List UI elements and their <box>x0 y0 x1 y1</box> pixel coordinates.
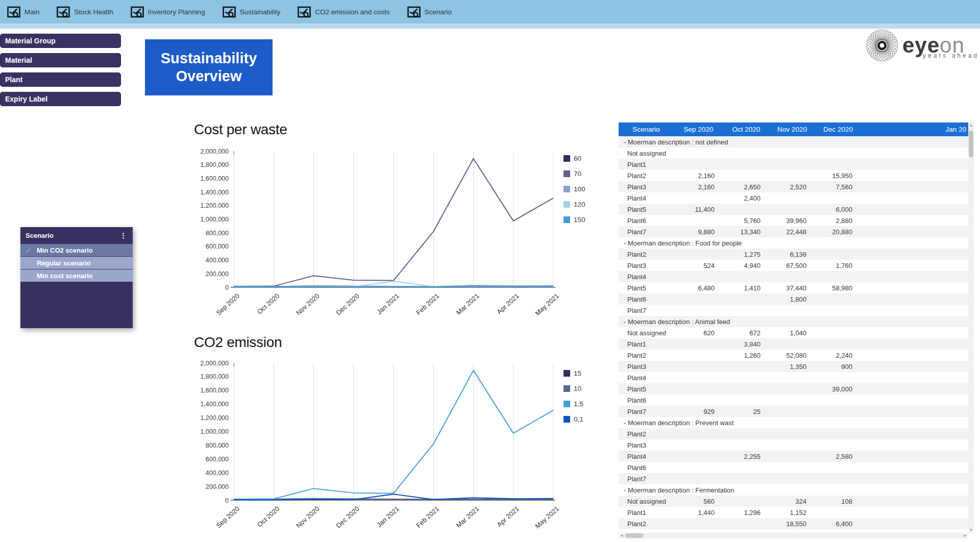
table-row[interactable]: Not assigned <box>619 147 968 159</box>
cell-value: 1,260 <box>723 352 769 359</box>
table-row[interactable]: Plant3 <box>619 439 968 451</box>
vertical-scrollbar[interactable]: ▲ ▼ <box>968 122 974 533</box>
table-row[interactable]: Plant13,840 <box>619 338 968 350</box>
table-group-header[interactable]: -Moerman description : Animal feed <box>619 316 968 327</box>
filter-button-expiry-label[interactable]: Expiry Label <box>0 92 121 106</box>
collapse-toggle-icon[interactable]: - <box>619 138 624 146</box>
table-row[interactable]: Plant31,350900 <box>619 361 968 372</box>
table-group-header[interactable]: -Moerman description : Prevent wast <box>619 417 968 428</box>
nav-tab-main[interactable]: Main <box>7 6 39 18</box>
filter-button-plant[interactable]: Plant <box>0 72 121 87</box>
row-label: Plant3 <box>619 363 674 371</box>
cell-value: 4,940 <box>723 262 769 269</box>
table-group-header[interactable]: -Moerman description : Fermentation <box>619 484 968 496</box>
table-row[interactable]: Plant61,800 <box>619 293 968 305</box>
collapse-toggle-icon[interactable]: - <box>619 239 624 247</box>
table-row[interactable]: Plant6 <box>619 395 968 406</box>
table-row[interactable]: Plant35244,94067,5001,760 <box>619 260 968 271</box>
x-axis-tick-label: Jan 2021 <box>375 292 401 316</box>
table-row[interactable]: Plant65,76039,9602,880 <box>619 215 968 226</box>
nav-tab-inventory-planning[interactable]: Inventory Planning <box>131 6 205 18</box>
table-row[interactable]: Plant218,5506,400 <box>619 518 968 529</box>
table-row[interactable]: Plant2 <box>619 428 968 439</box>
table-row[interactable]: Not assigned560324108 <box>619 496 968 507</box>
x-axis-tick-label: Oct 2020 <box>256 292 281 315</box>
table-group-header[interactable]: -Moerman description : Food for people <box>619 237 968 249</box>
table-row[interactable]: Plant511,4006,000 <box>619 204 968 215</box>
horizontal-scrollbar[interactable]: ◄ ► <box>619 533 968 538</box>
scenario-option-min-cost-scenario[interactable]: Min cost scenario <box>20 269 133 282</box>
legend-item-150[interactable]: 150 <box>564 212 585 227</box>
cell-value: 22,448 <box>769 228 815 236</box>
table-row[interactable]: Plant7 <box>619 473 968 484</box>
legend-item-15[interactable]: 15 <box>564 365 583 381</box>
nav-tab-label: Stock Health <box>74 8 113 16</box>
table-row[interactable]: Plant22,16015,950 <box>619 170 968 181</box>
row-label: Plant1 <box>619 509 674 516</box>
table-row[interactable]: Plant11,4401,2961,152 <box>619 507 968 518</box>
cell-value: 2,240 <box>815 352 861 359</box>
scroll-up-icon[interactable]: ▲ <box>968 123 974 128</box>
legend-label: 150 <box>574 216 585 224</box>
scroll-left-icon[interactable]: ◄ <box>620 533 624 538</box>
row-label: Not assigned <box>619 329 674 337</box>
cell-value: 39,960 <box>769 217 815 225</box>
table-row[interactable]: Plant1 <box>619 159 968 170</box>
table-row[interactable]: Plant79,88013,34022,44820,880 <box>619 226 968 237</box>
table-row[interactable]: Plant539,000 <box>619 383 968 395</box>
nav-tab-sustainability[interactable]: Sustainability <box>223 6 281 18</box>
legend-item-100[interactable]: 100 <box>564 181 585 196</box>
table-row[interactable]: Not assigned6206721,040 <box>619 327 968 338</box>
table-row[interactable]: Plant7 <box>619 305 968 316</box>
scenario-flow-icon <box>298 6 311 18</box>
table-row[interactable]: Plant32,1602,6502,5207,560 <box>619 181 968 192</box>
cell-value: 67,500 <box>769 262 815 269</box>
legend-label: 1,5 <box>574 400 583 408</box>
table-row[interactable]: Plant4 <box>619 271 968 282</box>
y-axis-tick-label: 800,000 <box>206 230 229 237</box>
table-column-header-sep-2020[interactable]: Sep 2020 <box>674 126 723 133</box>
legend-swatch <box>564 216 570 223</box>
legend-item-70[interactable]: 70 <box>564 166 585 181</box>
row-label: Plant2 <box>619 251 674 258</box>
table-column-header-oct-2020[interactable]: Oct 2020 <box>723 126 769 133</box>
nav-tab-stock-health[interactable]: Stock Health <box>57 6 113 18</box>
scenario-option-min-co2-scenario[interactable]: ✓Min CO2 scenario <box>20 244 133 256</box>
legend-item-10[interactable]: 10 <box>564 381 583 396</box>
table-column-header-scenario[interactable]: Scenario <box>619 126 674 133</box>
collapse-toggle-icon[interactable]: - <box>619 419 624 427</box>
table-row[interactable]: Plant792925 <box>619 406 968 417</box>
table-row[interactable]: Plant21,26052,0802,240 <box>619 350 968 361</box>
legend-item-120[interactable]: 120 <box>564 196 585 212</box>
table-column-header-jan-20[interactable]: Jan 20 <box>861 126 968 133</box>
collapse-toggle-icon[interactable]: - <box>619 486 624 494</box>
table-row[interactable]: Plant6 <box>619 462 968 473</box>
nav-tab-co2-emission-and-costs[interactable]: CO2 emission and costs <box>298 6 389 18</box>
table-row[interactable]: Plant42,400 <box>619 192 968 204</box>
legend-label: 15 <box>574 369 581 377</box>
brand-tagline: years ahead <box>923 52 979 59</box>
table-row[interactable]: Plant56,4801,41037,44058,980 <box>619 282 968 293</box>
table-column-header-dec-2020[interactable]: Dec 2020 <box>815 126 861 133</box>
legend-item-0-1[interactable]: 0,1 <box>564 411 583 427</box>
kebab-menu-icon[interactable]: ⋮ <box>118 231 129 240</box>
collapse-toggle-icon[interactable]: - <box>619 318 624 326</box>
vertical-scrollbar-thumb[interactable] <box>969 131 973 157</box>
scroll-down-icon[interactable]: ▼ <box>968 528 974 532</box>
legend-item-1-5[interactable]: 1,5 <box>564 396 583 411</box>
table-column-header-nov-2020[interactable]: Nov 2020 <box>769 126 815 133</box>
legend-item-60[interactable]: 60 <box>564 151 585 166</box>
table-row[interactable]: Plant42,2552,580 <box>619 451 968 462</box>
filter-button-material-group[interactable]: Material Group <box>0 34 121 48</box>
cell-value: 5,760 <box>723 217 769 225</box>
scenario-slicer-header[interactable]: Scenario ⋮ <box>20 227 133 244</box>
scroll-right-icon[interactable]: ► <box>963 533 967 538</box>
filter-button-material[interactable]: Material <box>0 53 121 67</box>
table-row[interactable]: Plant4 <box>619 372 968 383</box>
legend-swatch <box>564 170 570 177</box>
scenario-option-regular-scenario[interactable]: Regular scenario <box>20 257 133 269</box>
nav-tab-scenario[interactable]: Scenario <box>407 6 452 18</box>
horizontal-scrollbar-thumb[interactable] <box>625 533 644 538</box>
table-group-header[interactable]: -Moerman description : not defined <box>619 136 968 147</box>
table-row[interactable]: Plant21,2756,138 <box>619 249 968 260</box>
